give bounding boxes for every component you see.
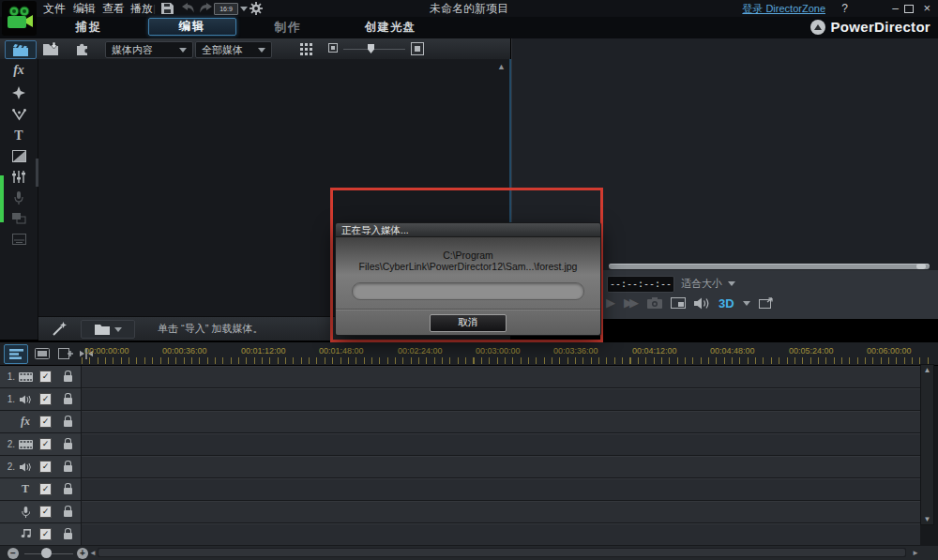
timeline-zoom-thumb[interactable] [41,548,52,558]
scroll-up-arrow[interactable]: ▲ [921,366,933,374]
fit-size-dropdown[interactable]: 适合大小 [681,277,735,291]
particle-room-icon[interactable] [0,104,38,126]
tab-edit[interactable]: 编辑 [148,18,236,36]
save-icon[interactable] [161,3,174,14]
track-enable-checkbox[interactable]: ✓ [39,483,52,495]
track-lane-video1[interactable] [82,366,920,387]
grid-view-icon[interactable] [300,43,303,46]
thumbnail-small-icon[interactable] [328,43,338,53]
filter-dropdown[interactable]: 全部媒体 [195,41,272,58]
snapshot-camera-icon[interactable] [647,297,662,309]
track-lane-title[interactable] [82,478,920,500]
scroll-right-arrow[interactable]: ► [912,546,919,560]
dialog-titlebar[interactable]: 正在导入媒体... [336,223,600,236]
horizontal-scroll-thumb[interactable] [98,549,905,556]
track-header-effect[interactable]: fx ✓ [0,411,81,432]
aspect-ratio-selector[interactable]: 16:9 [214,3,238,15]
media-room-button[interactable] [5,40,37,59]
fast-forward-button[interactable]: ▶▶ [624,294,639,312]
ruler-ticks[interactable] [82,357,932,364]
plugin-puzzle-icon[interactable] [75,41,90,55]
scroll-down-arrow[interactable]: ▼ [921,515,933,523]
redo-icon[interactable] [200,3,212,13]
restore-button[interactable] [904,5,914,13]
track-enable-checkbox[interactable]: ✓ [39,393,52,405]
track-header-music[interactable]: ✓ [0,523,81,545]
track-enable-checkbox[interactable]: ✓ [39,438,52,450]
zoom-in-button[interactable]: + [77,548,88,559]
track-lock-icon[interactable] [64,398,72,404]
preview-seek-bar[interactable] [609,264,930,269]
thumbnail-large-icon[interactable] [411,42,424,55]
login-directorzone-link[interactable]: 登录 DirectorZone [742,0,825,17]
track-lane-music[interactable] [82,523,920,545]
zoom-out-button[interactable]: − [8,548,19,559]
track-header-video2[interactable]: 2. ✓ [0,433,81,455]
track-enable-checkbox[interactable]: ✓ [39,506,52,518]
settings-gear-icon[interactable] [250,2,263,15]
chapter-room-icon[interactable] [0,207,38,229]
fullscreen-icon[interactable] [759,297,774,309]
pip-objects-room-icon[interactable] [0,82,38,103]
track-lock-icon[interactable] [64,533,72,539]
track-enable-checkbox[interactable]: ✓ [39,371,52,383]
tab-produce[interactable]: 制作 [255,17,321,38]
menu-view[interactable]: 查看 [102,0,125,17]
menu-play[interactable]: 播放 [130,0,153,17]
thumbnail-size-slider-thumb[interactable] [368,44,374,53]
menu-edit[interactable]: 编辑 [73,0,96,17]
play-button[interactable]: ▶ [606,294,615,312]
track-enable-checkbox[interactable]: ✓ [39,528,52,540]
subtitle-room-icon[interactable] [0,228,38,250]
thumbnail-size-slider-track[interactable] [343,49,405,50]
preview-window-icon[interactable] [671,297,686,309]
track-header-voice[interactable]: ✓ [0,501,81,522]
track-lock-icon[interactable] [64,510,72,517]
audio-mixing-room-icon[interactable] [0,166,38,188]
effect-room-icon[interactable]: fx [0,59,38,81]
add-track-button[interactable] [54,344,77,362]
help-button[interactable]: ? [841,0,848,17]
preview-timecode[interactable]: --:--:--:-- [607,276,674,293]
track-lock-icon[interactable] [64,375,72,382]
track-lock-icon[interactable] [64,443,72,449]
track-lane-voice[interactable] [82,501,920,522]
tab-capture[interactable]: 捕捉 [56,17,122,38]
tab-create-disc[interactable]: 创建光盘 [356,17,424,38]
transition-room-icon[interactable] [0,145,38,167]
aspect-ratio-caret-icon[interactable] [240,7,248,11]
track-lane-effect[interactable] [82,411,920,432]
track-lane-video2[interactable] [82,433,920,455]
content-dropdown[interactable]: 媒体内容 [105,41,193,58]
track-lock-icon[interactable] [64,488,72,494]
timeline-vertical-scrollbar[interactable]: ▲ ▼ [920,364,934,525]
track-lock-icon[interactable] [64,465,72,472]
track-header-audio1[interactable]: 1. ✓ [0,388,81,410]
3d-mode-caret-icon[interactable] [743,301,750,306]
undo-icon[interactable] [182,3,194,13]
minimize-button[interactable]: – [892,0,899,17]
cancel-button[interactable]: 取消 [430,314,507,332]
title-room-icon[interactable]: T [0,125,38,146]
track-lane-audio1[interactable] [82,388,920,410]
track-lane-audio2[interactable] [82,456,920,477]
scroll-left-arrow[interactable]: ◄ [89,546,97,560]
timeline-view-button[interactable] [4,344,28,364]
track-header-title[interactable]: T ✓ [0,478,81,500]
import-media-icon[interactable] [43,42,60,55]
track-enable-checkbox[interactable]: ✓ [39,461,52,473]
track-header-video1[interactable]: 1. ✓ [0,366,81,387]
timeline-horizontal-scrollbar[interactable] [98,548,906,557]
storyboard-view-button[interactable] [31,344,53,362]
menu-file[interactable]: 文件 [43,0,66,17]
close-button[interactable]: × [923,0,930,17]
track-header-audio2[interactable]: 2. ✓ [0,456,81,477]
scroll-up-arrow[interactable]: ▲ [497,62,506,71]
track-lock-icon[interactable] [64,420,72,427]
magic-wand-button[interactable] [46,321,72,337]
import-folder-button[interactable] [81,320,135,339]
volume-speaker-icon[interactable] [694,297,710,310]
voiceover-room-icon[interactable] [0,187,38,208]
track-enable-checkbox[interactable]: ✓ [39,416,52,428]
3d-mode-button[interactable]: 3D [719,296,734,310]
